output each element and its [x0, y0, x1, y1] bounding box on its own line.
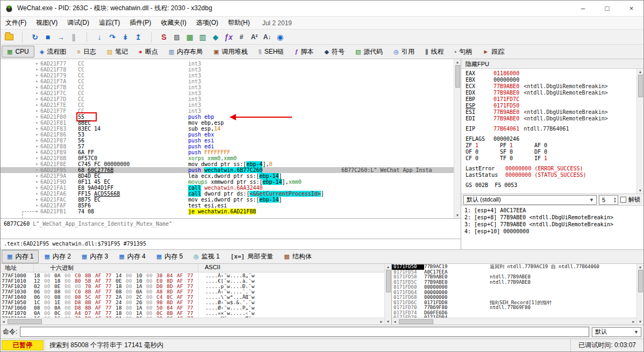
breakpoint-dot[interactable]	[36, 187, 38, 189]
register-row[interactable]: ESP 0171FD50	[466, 103, 636, 109]
stop-button[interactable]: ■	[41, 31, 54, 44]
tab-log[interactable]: ≡ 日志	[71, 45, 101, 59]
disasm-row[interactable]: 6AD21F9D 0F11 45 EC movups xmmword ptr s…	[1, 179, 454, 185]
tab-handles[interactable]: ▪ 句柄	[449, 45, 477, 59]
memory-chip-button[interactable]: ▥	[196, 31, 209, 44]
breakpoint-dot[interactable]	[36, 163, 38, 165]
unlock-checkbox[interactable]: 解锁	[620, 196, 641, 204]
patches-button[interactable]: ▨	[170, 31, 183, 44]
breakpoint-dot[interactable]	[36, 98, 38, 100]
breakpoint-dot[interactable]	[36, 193, 38, 195]
breakpoint-dot[interactable]	[36, 199, 38, 200]
disasm-row[interactable]: 6AD21FAF 85F6 test esi,esi	[1, 203, 454, 209]
tab-source[interactable]: ▧ 源代码	[350, 45, 388, 59]
breakpoint-dot[interactable]	[36, 75, 38, 76]
tab-call-stack[interactable]: ▣ 调用堆栈	[208, 45, 253, 59]
command-input[interactable]	[20, 327, 589, 337]
trace-into-button[interactable]: ↡	[119, 31, 132, 44]
argument-row[interactable]: 1: [esp+4] A0C17EEA	[464, 207, 643, 214]
flag[interactable]: OF 0	[466, 149, 500, 155]
menu-file[interactable]: 文件(F)	[1, 17, 31, 29]
disasm-row[interactable]: 6AD21F7D CC int3	[1, 96, 454, 102]
flag[interactable]: IF 1	[534, 155, 569, 162]
register-row[interactable]: EAX 01186000	[466, 70, 636, 77]
hash-button[interactable]: #	[235, 31, 248, 44]
az-sort-button[interactable]: A↓	[261, 31, 274, 44]
menu-options[interactable]: 选项(O)	[191, 17, 223, 29]
breakpoint-dot[interactable]	[36, 211, 38, 212]
run-button[interactable]: →	[54, 31, 67, 44]
disasm-row[interactable]: 6AD21FA6 FF15 ACD5566B call dword ptr ds…	[1, 191, 454, 197]
toolbar-separator[interactable]	[80, 31, 93, 44]
tab-dump-3[interactable]: ▦ 内存 3	[76, 250, 113, 263]
disasm-row[interactable]: 6AD21F7A CC int3	[1, 78, 454, 84]
tab-cpu[interactable]: ▦ CPU	[2, 46, 34, 58]
argument-row[interactable]: 4: [esp+10] 00000000	[464, 228, 643, 235]
disasm-row[interactable]: 6AD21FAC 8B75 EC mov esi,dword ptr ss:[e…	[1, 197, 454, 203]
seh-shield-button[interactable]: ◆	[209, 31, 222, 44]
restart-button[interactable]: ↻	[28, 31, 41, 44]
flag[interactable]: SF 0	[500, 149, 534, 155]
tab-references[interactable]: ◎ 引用	[388, 45, 420, 59]
maximize-button[interactable]: □	[595, 1, 619, 16]
tab-breakpoints[interactable]: ● 断点	[133, 45, 163, 59]
stack-vscrollbar[interactable]: ▲▼	[636, 264, 643, 325]
close-button[interactable]: ×	[619, 1, 643, 16]
scroll-down-arrow[interactable]: ▼	[455, 212, 461, 218]
disasm-row[interactable]: 6AD21F79 CC int3	[1, 73, 454, 78]
dump-vscrollbar[interactable]: ▲▼	[384, 264, 391, 325]
disasm-row[interactable]: 6AD21F78 CC int3	[1, 67, 454, 73]
tab-dump-4[interactable]: ▦ 内存 4	[113, 250, 151, 263]
spinner-arrows-icon[interactable]: ▲▼	[613, 197, 618, 203]
tab-struct[interactable]: ▩ 结构体	[278, 250, 317, 263]
tab-dump-5[interactable]: ▦ 内存 5	[151, 250, 188, 263]
menu-help[interactable]: 帮助(H)	[223, 17, 255, 29]
breakpoint-dot[interactable]	[36, 181, 38, 183]
scylla-button[interactable]: S	[158, 31, 170, 44]
last-status-row[interactable]: LastStatus 00000000 (STATUS_SUCCESS)	[466, 172, 636, 178]
assemble-button[interactable]: A²	[248, 31, 261, 44]
segment-registers-row[interactable]: GS 002B FS 0053	[466, 182, 636, 189]
menu-view[interactable]: 视图(V)	[31, 17, 62, 29]
flag[interactable]: ZF 1	[466, 142, 500, 149]
breakpoint-dot[interactable]	[36, 140, 38, 141]
globe-button[interactable]: ◉	[274, 31, 287, 44]
breakpoint-dot[interactable]	[36, 205, 38, 206]
breakpoint-dot[interactable]	[36, 169, 38, 171]
minimize-button[interactable]: –	[571, 1, 595, 16]
disasm-row[interactable]: 6AD21F8E C745 FC 00000000 mov dword ptr …	[1, 161, 454, 167]
breakpoint-dot[interactable]	[36, 128, 38, 130]
flag[interactable]: PF 1	[500, 142, 534, 149]
disasm-row[interactable]: 6AD21F87 56 push esi	[1, 138, 454, 143]
disasm-row[interactable]: 6AD21F9A 8D4D EC lea ecx,dword ptr ss:[e…	[1, 173, 454, 179]
arg-count-spinner[interactable]: 5▲▼	[599, 195, 618, 205]
step-into-button[interactable]: ↓	[93, 31, 106, 44]
disasm-scrollbar[interactable]: ▲ ▼	[454, 59, 461, 218]
tab-dump-2[interactable]: ▦ 内存 2	[39, 250, 76, 263]
pause-button[interactable]: ∥	[67, 31, 80, 44]
step-out-button[interactable]: ↥	[132, 31, 145, 44]
menu-plugins[interactable]: 插件(P)	[125, 17, 156, 29]
disasm-row[interactable]: 6AD21FA1 E8 9A04D1FF call wechatwin.6AA3…	[1, 185, 454, 191]
flag[interactable]: TF 0	[500, 155, 534, 162]
register-row[interactable]: ESI 77B9ABE0 <ntdll.DbgUiRemoteBreakin>	[466, 109, 636, 116]
register-row[interactable]: EDI 77B9ABE0 <ntdll.DbgUiRemoteBreakin>	[466, 116, 636, 122]
register-row[interactable]: EBP 0171FD7C	[466, 96, 636, 103]
registers-scrollbar[interactable]: ▲ ▼	[636, 69, 643, 193]
breakpoint-dot[interactable]	[36, 63, 38, 64]
disasm-row[interactable]: 6AD21FB1 74 08 je wechatwin.6AD21FBB	[1, 209, 454, 214]
tab-symbols[interactable]: ◆ 符号	[319, 45, 349, 59]
functions-button[interactable]: ƒx	[222, 31, 235, 44]
cpu-chip-button[interactable]: ▦	[183, 31, 196, 44]
tab-seh[interactable]: § SEH链	[253, 45, 290, 59]
register-row[interactable]: EBX 00000000	[466, 77, 636, 83]
tab-locals[interactable]: [x=] 局部变量	[225, 250, 279, 263]
disasm-row[interactable]: 6AD21F7B CC int3	[1, 84, 454, 90]
breakpoint-dot[interactable]	[36, 110, 38, 112]
breakpoint-dot[interactable]	[36, 92, 38, 94]
disasm-row[interactable]: 6AD21F7C CC int3	[1, 90, 454, 96]
breakpoint-dot[interactable]	[36, 157, 38, 159]
step-over-button[interactable]: ↷	[106, 31, 119, 44]
tab-script[interactable]: ƒ 脚本	[289, 45, 319, 59]
breakpoint-dot[interactable]	[36, 134, 38, 135]
